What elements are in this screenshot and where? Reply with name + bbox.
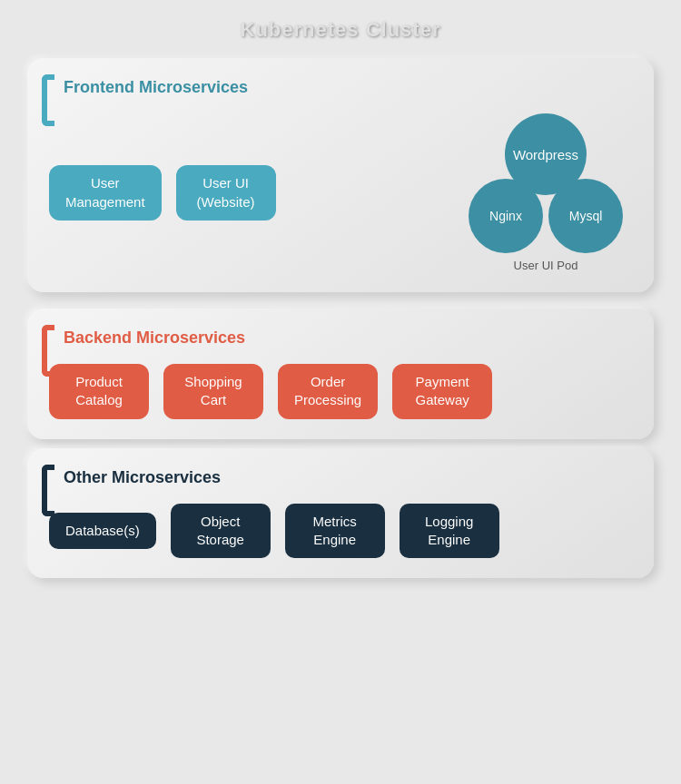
other-section-label: Other Microservices bbox=[49, 468, 632, 487]
chip-object-storage[interactable]: Object Storage bbox=[171, 504, 271, 559]
chip-metrics-engine[interactable]: Metrics Engine bbox=[285, 504, 385, 559]
chip-user-management[interactable]: User Management bbox=[49, 165, 162, 220]
chip-logging-engine[interactable]: Logging Engine bbox=[400, 504, 499, 559]
pod-label: User UI Pod bbox=[514, 259, 578, 272]
chip-user-ui[interactable]: User UI (Website) bbox=[176, 165, 276, 220]
chip-databases[interactable]: Database(s) bbox=[49, 513, 156, 549]
frontend-chips: User Management User UI (Website) bbox=[49, 165, 276, 220]
chip-order-processing[interactable]: Order Processing bbox=[278, 364, 378, 419]
backend-section: Backend Microservices Product Catalog Sh… bbox=[27, 309, 654, 439]
backend-chips-row: Product Catalog Shopping Cart Order Proc… bbox=[49, 364, 632, 419]
other-chips-row: Database(s) Object Storage Metrics Engin… bbox=[49, 504, 632, 559]
chip-payment-gateway[interactable]: Payment Gateway bbox=[392, 364, 492, 419]
other-section: Other Microservices Database(s) Object S… bbox=[27, 448, 654, 579]
frontend-section-label: Frontend Microservices bbox=[49, 78, 632, 97]
chip-shopping-cart[interactable]: Shopping Cart bbox=[163, 364, 263, 419]
pod-cluster: Wordpress Nginx Mysql User UI Pod bbox=[469, 113, 623, 272]
frontend-section: Frontend Microservices User Management U… bbox=[27, 58, 654, 292]
circle-wordpress: Wordpress bbox=[505, 113, 587, 195]
backend-section-label: Backend Microservices bbox=[49, 328, 632, 348]
chip-product-catalog[interactable]: Product Catalog bbox=[49, 364, 149, 419]
page-title: Kubernetes Cluster bbox=[241, 18, 441, 42]
